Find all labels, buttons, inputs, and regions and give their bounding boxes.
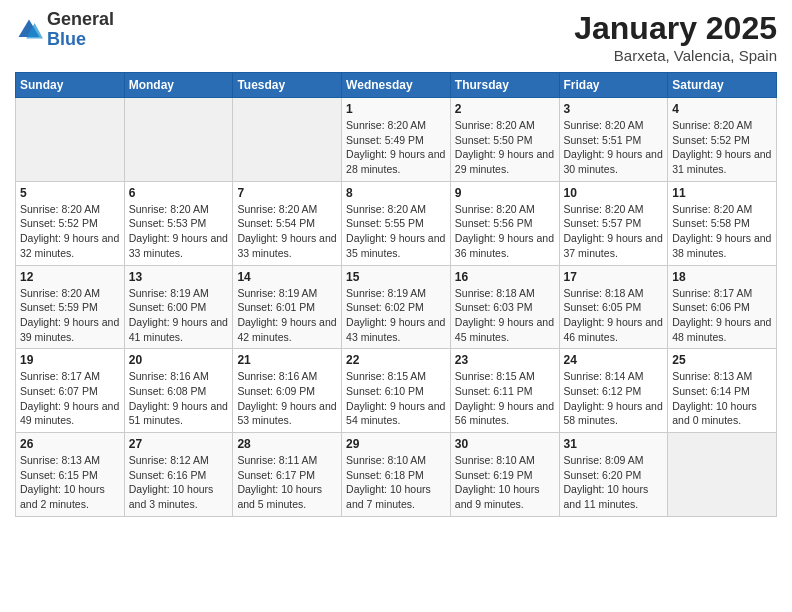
day-number: 26 bbox=[20, 437, 120, 451]
calendar-cell: 19Sunrise: 8:17 AMSunset: 6:07 PMDayligh… bbox=[16, 349, 125, 433]
calendar-header: SundayMondayTuesdayWednesdayThursdayFrid… bbox=[16, 73, 777, 98]
calendar-cell: 11Sunrise: 8:20 AMSunset: 5:58 PMDayligh… bbox=[668, 181, 777, 265]
week-row-5: 26Sunrise: 8:13 AMSunset: 6:15 PMDayligh… bbox=[16, 433, 777, 517]
day-number: 25 bbox=[672, 353, 772, 367]
calendar-cell: 8Sunrise: 8:20 AMSunset: 5:55 PMDaylight… bbox=[342, 181, 451, 265]
day-number: 27 bbox=[129, 437, 229, 451]
day-info: Sunrise: 8:09 AMSunset: 6:20 PMDaylight:… bbox=[564, 453, 664, 512]
day-number: 19 bbox=[20, 353, 120, 367]
logo-blue-text: Blue bbox=[47, 29, 86, 49]
day-number: 20 bbox=[129, 353, 229, 367]
calendar-cell: 6Sunrise: 8:20 AMSunset: 5:53 PMDaylight… bbox=[124, 181, 233, 265]
calendar-cell: 3Sunrise: 8:20 AMSunset: 5:51 PMDaylight… bbox=[559, 98, 668, 182]
logo-text: General Blue bbox=[47, 10, 114, 50]
day-info: Sunrise: 8:13 AMSunset: 6:14 PMDaylight:… bbox=[672, 369, 772, 428]
calendar-body: 1Sunrise: 8:20 AMSunset: 5:49 PMDaylight… bbox=[16, 98, 777, 517]
day-number: 3 bbox=[564, 102, 664, 116]
day-of-week-monday: Monday bbox=[124, 73, 233, 98]
calendar-cell bbox=[16, 98, 125, 182]
calendar-cell: 26Sunrise: 8:13 AMSunset: 6:15 PMDayligh… bbox=[16, 433, 125, 517]
calendar-cell: 27Sunrise: 8:12 AMSunset: 6:16 PMDayligh… bbox=[124, 433, 233, 517]
calendar-cell: 9Sunrise: 8:20 AMSunset: 5:56 PMDaylight… bbox=[450, 181, 559, 265]
calendar-cell: 13Sunrise: 8:19 AMSunset: 6:00 PMDayligh… bbox=[124, 265, 233, 349]
calendar-cell: 16Sunrise: 8:18 AMSunset: 6:03 PMDayligh… bbox=[450, 265, 559, 349]
calendar-cell: 17Sunrise: 8:18 AMSunset: 6:05 PMDayligh… bbox=[559, 265, 668, 349]
day-number: 29 bbox=[346, 437, 446, 451]
day-number: 14 bbox=[237, 270, 337, 284]
day-info: Sunrise: 8:20 AMSunset: 5:56 PMDaylight:… bbox=[455, 202, 555, 261]
day-number: 4 bbox=[672, 102, 772, 116]
day-of-week-wednesday: Wednesday bbox=[342, 73, 451, 98]
calendar-cell bbox=[124, 98, 233, 182]
calendar-cell: 23Sunrise: 8:15 AMSunset: 6:11 PMDayligh… bbox=[450, 349, 559, 433]
day-info: Sunrise: 8:20 AMSunset: 5:52 PMDaylight:… bbox=[672, 118, 772, 177]
title-block: January 2025 Barxeta, Valencia, Spain bbox=[574, 10, 777, 64]
day-info: Sunrise: 8:20 AMSunset: 5:52 PMDaylight:… bbox=[20, 202, 120, 261]
calendar-cell: 1Sunrise: 8:20 AMSunset: 5:49 PMDaylight… bbox=[342, 98, 451, 182]
day-info: Sunrise: 8:16 AMSunset: 6:08 PMDaylight:… bbox=[129, 369, 229, 428]
day-info: Sunrise: 8:17 AMSunset: 6:06 PMDaylight:… bbox=[672, 286, 772, 345]
days-of-week-row: SundayMondayTuesdayWednesdayThursdayFrid… bbox=[16, 73, 777, 98]
day-info: Sunrise: 8:18 AMSunset: 6:03 PMDaylight:… bbox=[455, 286, 555, 345]
day-number: 16 bbox=[455, 270, 555, 284]
calendar-cell: 15Sunrise: 8:19 AMSunset: 6:02 PMDayligh… bbox=[342, 265, 451, 349]
day-number: 6 bbox=[129, 186, 229, 200]
day-info: Sunrise: 8:19 AMSunset: 6:02 PMDaylight:… bbox=[346, 286, 446, 345]
day-number: 13 bbox=[129, 270, 229, 284]
logo-icon bbox=[15, 16, 43, 44]
day-number: 21 bbox=[237, 353, 337, 367]
calendar-cell: 2Sunrise: 8:20 AMSunset: 5:50 PMDaylight… bbox=[450, 98, 559, 182]
day-info: Sunrise: 8:20 AMSunset: 5:50 PMDaylight:… bbox=[455, 118, 555, 177]
calendar-cell: 29Sunrise: 8:10 AMSunset: 6:18 PMDayligh… bbox=[342, 433, 451, 517]
day-number: 31 bbox=[564, 437, 664, 451]
calendar-cell: 7Sunrise: 8:20 AMSunset: 5:54 PMDaylight… bbox=[233, 181, 342, 265]
day-info: Sunrise: 8:20 AMSunset: 5:58 PMDaylight:… bbox=[672, 202, 772, 261]
day-number: 5 bbox=[20, 186, 120, 200]
day-number: 23 bbox=[455, 353, 555, 367]
day-number: 1 bbox=[346, 102, 446, 116]
day-info: Sunrise: 8:20 AMSunset: 5:49 PMDaylight:… bbox=[346, 118, 446, 177]
day-info: Sunrise: 8:10 AMSunset: 6:18 PMDaylight:… bbox=[346, 453, 446, 512]
week-row-1: 1Sunrise: 8:20 AMSunset: 5:49 PMDaylight… bbox=[16, 98, 777, 182]
week-row-4: 19Sunrise: 8:17 AMSunset: 6:07 PMDayligh… bbox=[16, 349, 777, 433]
day-info: Sunrise: 8:17 AMSunset: 6:07 PMDaylight:… bbox=[20, 369, 120, 428]
day-number: 2 bbox=[455, 102, 555, 116]
day-info: Sunrise: 8:19 AMSunset: 6:00 PMDaylight:… bbox=[129, 286, 229, 345]
calendar-cell: 14Sunrise: 8:19 AMSunset: 6:01 PMDayligh… bbox=[233, 265, 342, 349]
calendar-cell: 20Sunrise: 8:16 AMSunset: 6:08 PMDayligh… bbox=[124, 349, 233, 433]
calendar-cell bbox=[668, 433, 777, 517]
calendar-cell: 24Sunrise: 8:14 AMSunset: 6:12 PMDayligh… bbox=[559, 349, 668, 433]
day-number: 18 bbox=[672, 270, 772, 284]
day-info: Sunrise: 8:12 AMSunset: 6:16 PMDaylight:… bbox=[129, 453, 229, 512]
calendar-table: SundayMondayTuesdayWednesdayThursdayFrid… bbox=[15, 72, 777, 517]
calendar-cell: 28Sunrise: 8:11 AMSunset: 6:17 PMDayligh… bbox=[233, 433, 342, 517]
day-info: Sunrise: 8:13 AMSunset: 6:15 PMDaylight:… bbox=[20, 453, 120, 512]
day-number: 12 bbox=[20, 270, 120, 284]
day-info: Sunrise: 8:20 AMSunset: 5:59 PMDaylight:… bbox=[20, 286, 120, 345]
logo: General Blue bbox=[15, 10, 114, 50]
day-number: 30 bbox=[455, 437, 555, 451]
calendar-cell: 12Sunrise: 8:20 AMSunset: 5:59 PMDayligh… bbox=[16, 265, 125, 349]
day-of-week-friday: Friday bbox=[559, 73, 668, 98]
day-of-week-tuesday: Tuesday bbox=[233, 73, 342, 98]
day-of-week-saturday: Saturday bbox=[668, 73, 777, 98]
day-number: 15 bbox=[346, 270, 446, 284]
day-info: Sunrise: 8:10 AMSunset: 6:19 PMDaylight:… bbox=[455, 453, 555, 512]
calendar-cell: 30Sunrise: 8:10 AMSunset: 6:19 PMDayligh… bbox=[450, 433, 559, 517]
day-number: 22 bbox=[346, 353, 446, 367]
day-number: 24 bbox=[564, 353, 664, 367]
day-info: Sunrise: 8:20 AMSunset: 5:53 PMDaylight:… bbox=[129, 202, 229, 261]
day-info: Sunrise: 8:15 AMSunset: 6:11 PMDaylight:… bbox=[455, 369, 555, 428]
calendar-cell: 10Sunrise: 8:20 AMSunset: 5:57 PMDayligh… bbox=[559, 181, 668, 265]
calendar-cell: 5Sunrise: 8:20 AMSunset: 5:52 PMDaylight… bbox=[16, 181, 125, 265]
calendar-cell bbox=[233, 98, 342, 182]
logo-general-text: General bbox=[47, 9, 114, 29]
calendar-cell: 21Sunrise: 8:16 AMSunset: 6:09 PMDayligh… bbox=[233, 349, 342, 433]
day-number: 11 bbox=[672, 186, 772, 200]
calendar-subtitle: Barxeta, Valencia, Spain bbox=[574, 47, 777, 64]
day-info: Sunrise: 8:18 AMSunset: 6:05 PMDaylight:… bbox=[564, 286, 664, 345]
day-number: 7 bbox=[237, 186, 337, 200]
day-of-week-sunday: Sunday bbox=[16, 73, 125, 98]
day-info: Sunrise: 8:14 AMSunset: 6:12 PMDaylight:… bbox=[564, 369, 664, 428]
week-row-3: 12Sunrise: 8:20 AMSunset: 5:59 PMDayligh… bbox=[16, 265, 777, 349]
